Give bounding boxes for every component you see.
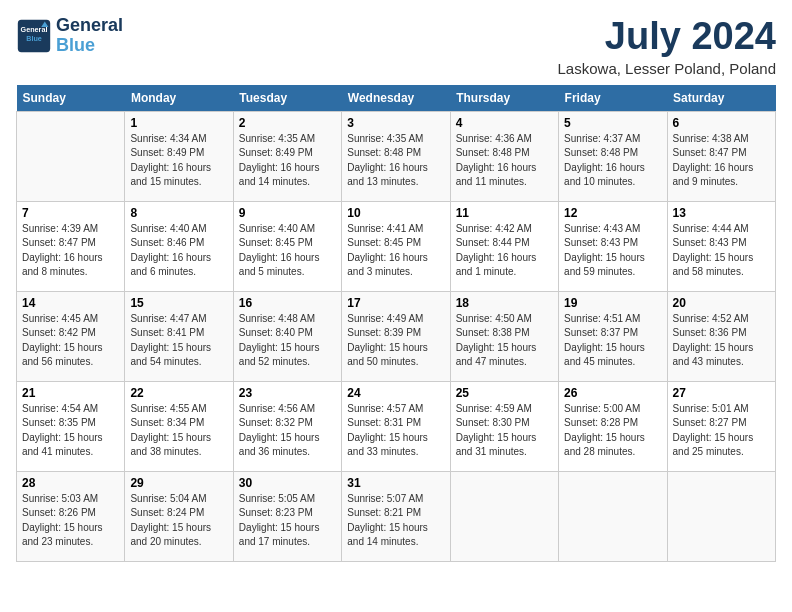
header-row: SundayMondayTuesdayWednesdayThursdayFrid… [17,85,776,112]
day-number: 9 [239,206,336,220]
day-info: Sunrise: 4:57 AM Sunset: 8:31 PM Dayligh… [347,402,444,460]
day-info: Sunrise: 4:59 AM Sunset: 8:30 PM Dayligh… [456,402,553,460]
month-title: July 2024 [558,16,776,58]
calendar-cell: 28Sunrise: 5:03 AM Sunset: 8:26 PM Dayli… [17,471,125,561]
svg-text:Blue: Blue [26,34,42,43]
calendar-cell: 2Sunrise: 4:35 AM Sunset: 8:49 PM Daylig… [233,111,341,201]
day-info: Sunrise: 4:45 AM Sunset: 8:42 PM Dayligh… [22,312,119,370]
week-row: 21Sunrise: 4:54 AM Sunset: 8:35 PM Dayli… [17,381,776,471]
day-number: 8 [130,206,227,220]
day-info: Sunrise: 5:04 AM Sunset: 8:24 PM Dayligh… [130,492,227,550]
day-header: Monday [125,85,233,112]
calendar-cell: 10Sunrise: 4:41 AM Sunset: 8:45 PM Dayli… [342,201,450,291]
day-info: Sunrise: 4:35 AM Sunset: 8:49 PM Dayligh… [239,132,336,190]
day-number: 3 [347,116,444,130]
calendar-cell: 15Sunrise: 4:47 AM Sunset: 8:41 PM Dayli… [125,291,233,381]
week-row: 7Sunrise: 4:39 AM Sunset: 8:47 PM Daylig… [17,201,776,291]
day-info: Sunrise: 5:01 AM Sunset: 8:27 PM Dayligh… [673,402,770,460]
day-number: 29 [130,476,227,490]
day-number: 23 [239,386,336,400]
day-info: Sunrise: 4:41 AM Sunset: 8:45 PM Dayligh… [347,222,444,280]
day-number: 6 [673,116,770,130]
calendar-cell: 21Sunrise: 4:54 AM Sunset: 8:35 PM Dayli… [17,381,125,471]
day-number: 13 [673,206,770,220]
calendar-cell: 17Sunrise: 4:49 AM Sunset: 8:39 PM Dayli… [342,291,450,381]
day-number: 31 [347,476,444,490]
day-info: Sunrise: 4:56 AM Sunset: 8:32 PM Dayligh… [239,402,336,460]
day-number: 18 [456,296,553,310]
calendar-cell: 29Sunrise: 5:04 AM Sunset: 8:24 PM Dayli… [125,471,233,561]
page-header: General Blue General Blue July 2024 Lask… [16,16,776,77]
day-number: 2 [239,116,336,130]
calendar-cell: 25Sunrise: 4:59 AM Sunset: 8:30 PM Dayli… [450,381,558,471]
week-row: 1Sunrise: 4:34 AM Sunset: 8:49 PM Daylig… [17,111,776,201]
day-info: Sunrise: 4:52 AM Sunset: 8:36 PM Dayligh… [673,312,770,370]
logo-icon: General Blue [16,18,52,54]
calendar-cell: 8Sunrise: 4:40 AM Sunset: 8:46 PM Daylig… [125,201,233,291]
calendar-cell: 18Sunrise: 4:50 AM Sunset: 8:38 PM Dayli… [450,291,558,381]
calendar-cell: 3Sunrise: 4:35 AM Sunset: 8:48 PM Daylig… [342,111,450,201]
day-number: 14 [22,296,119,310]
logo-text: General Blue [56,16,123,56]
calendar-cell [667,471,775,561]
day-header: Friday [559,85,667,112]
day-number: 25 [456,386,553,400]
day-number: 4 [456,116,553,130]
day-number: 28 [22,476,119,490]
logo: General Blue General Blue [16,16,123,56]
day-info: Sunrise: 4:37 AM Sunset: 8:48 PM Dayligh… [564,132,661,190]
day-info: Sunrise: 4:40 AM Sunset: 8:46 PM Dayligh… [130,222,227,280]
day-number: 15 [130,296,227,310]
calendar-cell: 11Sunrise: 4:42 AM Sunset: 8:44 PM Dayli… [450,201,558,291]
day-header: Tuesday [233,85,341,112]
calendar-cell: 27Sunrise: 5:01 AM Sunset: 8:27 PM Dayli… [667,381,775,471]
day-number: 26 [564,386,661,400]
day-header: Sunday [17,85,125,112]
day-header: Wednesday [342,85,450,112]
week-row: 28Sunrise: 5:03 AM Sunset: 8:26 PM Dayli… [17,471,776,561]
day-info: Sunrise: 4:50 AM Sunset: 8:38 PM Dayligh… [456,312,553,370]
day-number: 16 [239,296,336,310]
calendar-cell: 23Sunrise: 4:56 AM Sunset: 8:32 PM Dayli… [233,381,341,471]
calendar-cell: 31Sunrise: 5:07 AM Sunset: 8:21 PM Dayli… [342,471,450,561]
calendar-cell: 30Sunrise: 5:05 AM Sunset: 8:23 PM Dayli… [233,471,341,561]
day-info: Sunrise: 4:34 AM Sunset: 8:49 PM Dayligh… [130,132,227,190]
calendar-cell: 16Sunrise: 4:48 AM Sunset: 8:40 PM Dayli… [233,291,341,381]
calendar-cell [17,111,125,201]
day-number: 12 [564,206,661,220]
day-info: Sunrise: 4:55 AM Sunset: 8:34 PM Dayligh… [130,402,227,460]
day-number: 17 [347,296,444,310]
day-info: Sunrise: 4:44 AM Sunset: 8:43 PM Dayligh… [673,222,770,280]
calendar-cell: 9Sunrise: 4:40 AM Sunset: 8:45 PM Daylig… [233,201,341,291]
day-number: 20 [673,296,770,310]
day-info: Sunrise: 5:05 AM Sunset: 8:23 PM Dayligh… [239,492,336,550]
day-info: Sunrise: 5:03 AM Sunset: 8:26 PM Dayligh… [22,492,119,550]
calendar-cell [450,471,558,561]
day-number: 11 [456,206,553,220]
day-number: 27 [673,386,770,400]
day-info: Sunrise: 4:42 AM Sunset: 8:44 PM Dayligh… [456,222,553,280]
calendar-cell: 1Sunrise: 4:34 AM Sunset: 8:49 PM Daylig… [125,111,233,201]
day-number: 5 [564,116,661,130]
calendar-cell: 19Sunrise: 4:51 AM Sunset: 8:37 PM Dayli… [559,291,667,381]
week-row: 14Sunrise: 4:45 AM Sunset: 8:42 PM Dayli… [17,291,776,381]
calendar-cell: 5Sunrise: 4:37 AM Sunset: 8:48 PM Daylig… [559,111,667,201]
day-info: Sunrise: 4:40 AM Sunset: 8:45 PM Dayligh… [239,222,336,280]
day-info: Sunrise: 4:47 AM Sunset: 8:41 PM Dayligh… [130,312,227,370]
day-info: Sunrise: 4:43 AM Sunset: 8:43 PM Dayligh… [564,222,661,280]
day-info: Sunrise: 4:49 AM Sunset: 8:39 PM Dayligh… [347,312,444,370]
day-info: Sunrise: 4:39 AM Sunset: 8:47 PM Dayligh… [22,222,119,280]
day-info: Sunrise: 4:51 AM Sunset: 8:37 PM Dayligh… [564,312,661,370]
day-info: Sunrise: 4:48 AM Sunset: 8:40 PM Dayligh… [239,312,336,370]
calendar-cell: 7Sunrise: 4:39 AM Sunset: 8:47 PM Daylig… [17,201,125,291]
calendar-cell: 4Sunrise: 4:36 AM Sunset: 8:48 PM Daylig… [450,111,558,201]
day-info: Sunrise: 5:07 AM Sunset: 8:21 PM Dayligh… [347,492,444,550]
day-number: 1 [130,116,227,130]
day-header: Thursday [450,85,558,112]
day-number: 24 [347,386,444,400]
calendar-cell: 22Sunrise: 4:55 AM Sunset: 8:34 PM Dayli… [125,381,233,471]
title-block: July 2024 Laskowa, Lesser Poland, Poland [558,16,776,77]
day-info: Sunrise: 4:54 AM Sunset: 8:35 PM Dayligh… [22,402,119,460]
calendar-cell: 13Sunrise: 4:44 AM Sunset: 8:43 PM Dayli… [667,201,775,291]
calendar-cell: 20Sunrise: 4:52 AM Sunset: 8:36 PM Dayli… [667,291,775,381]
